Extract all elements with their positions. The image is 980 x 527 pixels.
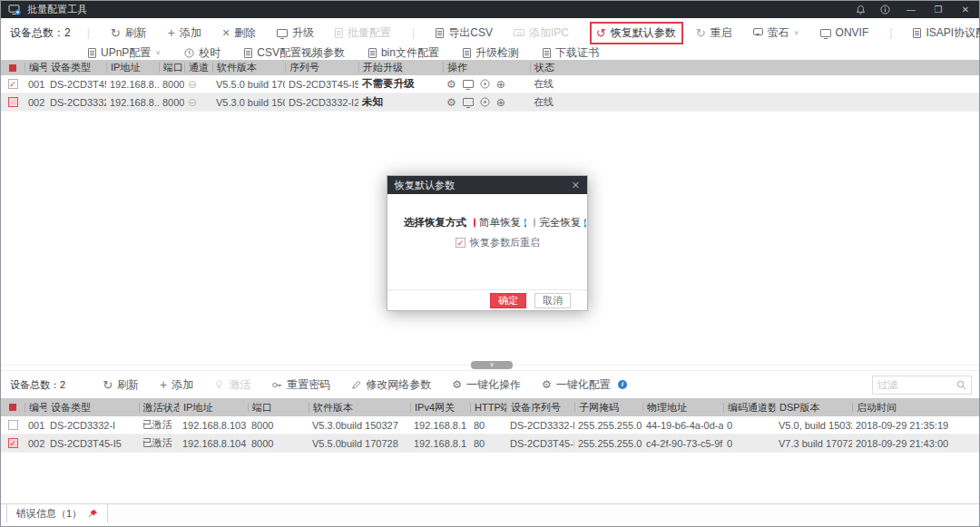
search-icon [956,380,966,390]
pencil-icon [351,380,361,390]
restore-defaults-button[interactable]: 恢复默认参数 [596,25,676,41]
ok-button[interactable]: 确定 [490,293,526,308]
reboot-after-restore-checkbox[interactable] [456,238,466,248]
upgrade-device-table: 编号 设备类型 IP地址 端口 通道 软件版本 序列号 开始升级 操作 状态 0… [1,60,979,112]
bin-file-config-button[interactable]: bin文件配置 [368,45,439,61]
status-bar: 错误信息（1） [1,503,979,526]
upgrade-detect-button[interactable]: 升级检测 [463,45,519,61]
titlebar: 批量配置工具 — ❐ ✕ [1,1,979,18]
table-row[interactable]: 001 DS-2CD3T45-I5 192.168.8... 8000 V5.5… [1,75,979,93]
error-info-tab[interactable]: 错误信息（1） [6,504,108,522]
table-row[interactable]: 002 DS-2CD3T45-I5 已激活 192.168.8.104 8000… [1,434,979,453]
document-icon [436,28,444,38]
bottom-filter [872,376,972,395]
onvif-button[interactable]: ONVIF [820,26,869,39]
info-icon[interactable] [524,219,526,228]
modify-network-button[interactable]: 修改网络参数 [351,377,431,393]
upgrade-detect-icon [463,48,471,58]
channel-icon [188,97,197,108]
ezviz-button[interactable]: 萤石 [753,25,799,41]
reset-password-button[interactable]: 重置密码 [271,377,330,393]
download-cert-button[interactable]: 下载证书 [543,45,599,61]
table-row[interactable]: 002 DS-2CD3332-I 192.168.8... 8000 V5.3.… [1,93,979,112]
splitter-handle[interactable] [471,361,513,369]
about-info-icon[interactable] [880,5,890,15]
upgrade-button[interactable]: 升级 [277,25,314,41]
bulb-icon [214,379,224,390]
restore-defaults-highlight: 恢复默认参数 [590,22,683,44]
play-icon[interactable] [480,97,490,107]
cert-doc-icon [543,48,551,58]
activation-device-table: 编号 设备类型 激活状态 IP地址 端口 软件版本 IPv4网关 HTTP端口 … [1,398,979,453]
close-button[interactable]: ✕ [959,5,972,15]
reboot-icon [696,27,706,39]
settings-icon[interactable] [446,79,456,90]
gear-icon [452,379,462,390]
upnp-icon [88,48,96,58]
dialog-title: 恢复默认参数 [395,179,455,192]
upper-table-header: 编号 设备类型 IP地址 端口 通道 软件版本 序列号 开始升级 操作 状态 [1,60,979,75]
refresh-button[interactable]: 刷新 [111,25,147,41]
device-total-label: 设备总数：2 [10,378,65,392]
isapi-config-button[interactable]: ISAPI协议配置 [913,25,980,41]
row-checkbox[interactable] [8,79,18,89]
maximize-button[interactable]: ❐ [932,5,945,15]
onekey-operation-button[interactable]: 一键化操作 [452,377,521,393]
radio-full-restore[interactable] [534,218,535,228]
bin-doc-icon [368,48,377,58]
key-icon [271,380,282,390]
bottom-filter-input[interactable] [877,379,956,390]
dialog-close-icon[interactable]: ✕ [572,180,580,191]
camera-icon [514,29,524,36]
info-icon[interactable] [584,219,586,228]
row-checkbox[interactable] [8,438,18,448]
plus-icon [160,378,167,391]
select-all-checkbox[interactable] [1,63,24,73]
row-checkbox[interactable] [8,97,18,107]
web-icon[interactable] [496,97,505,108]
isapi-icon [913,28,921,38]
radio-full-label[interactable]: 完全恢复 [539,216,581,229]
cancel-button[interactable]: 取消 [534,293,571,308]
reboot-after-restore-label[interactable]: 恢复参数后重启 [470,236,540,249]
onvif-icon [820,29,831,37]
upnp-config-button[interactable]: UPnP配置 [88,45,161,61]
app-logo-icon [8,5,21,15]
restore-defaults-dialog: 恢复默认参数 ✕ 选择恢复方式 简单恢复 完全恢复 恢复参数后重启 确定 取消 [387,175,588,311]
radio-simple-restore[interactable] [474,218,475,228]
settings-icon[interactable] [446,97,456,108]
refresh-button[interactable]: 刷新 [103,377,139,393]
clock-icon [184,48,194,58]
remote-config-icon[interactable] [463,80,474,88]
info-icon[interactable] [618,380,627,389]
time-sync-button[interactable]: 校时 [184,45,220,61]
dialog-footer: 确定 取消 [387,289,587,310]
delete-button[interactable]: 删除 [222,25,256,41]
onekey-config-button[interactable]: 一键化配置 [542,377,611,393]
web-icon[interactable] [496,79,505,90]
red-square-icon [9,404,16,411]
notification-bell-icon[interactable] [856,5,866,15]
export-csv-button[interactable]: 导出CSV [436,25,493,41]
pin-icon[interactable] [88,509,98,519]
speech-bubble-icon [753,28,763,37]
table-row[interactable]: 001 DS-2CD3332-I 已激活 192.168.8.103 8000 … [1,416,979,434]
top-toolbar: 设备总数：2 | 刷新 添加 删除 升级 批量配置 | 导出CSV 添加IPC … [1,18,979,60]
csv-video-params-button[interactable]: CSV配置视频参数 [244,45,345,61]
add-button[interactable]: 添加 [160,377,193,393]
radio-simple-label[interactable]: 简单恢复 [479,216,521,229]
activate-button: 激活 [214,377,250,393]
add-button[interactable]: 添加 [168,25,201,41]
remote-config-icon[interactable] [463,98,474,106]
select-all-checkbox[interactable] [1,403,24,413]
restore-mode-label: 选择恢复方式 [404,216,466,229]
add-ipc-button: 添加IPC [514,25,569,41]
batch-config-icon [335,28,343,38]
row-checkbox[interactable] [8,420,18,430]
csv-doc-icon [244,48,252,58]
reboot-button[interactable]: 重启 [696,25,732,41]
play-icon[interactable] [480,79,490,89]
minimize-button[interactable]: — [905,5,917,15]
red-square-icon [9,64,16,72]
refresh-icon [111,27,121,39]
